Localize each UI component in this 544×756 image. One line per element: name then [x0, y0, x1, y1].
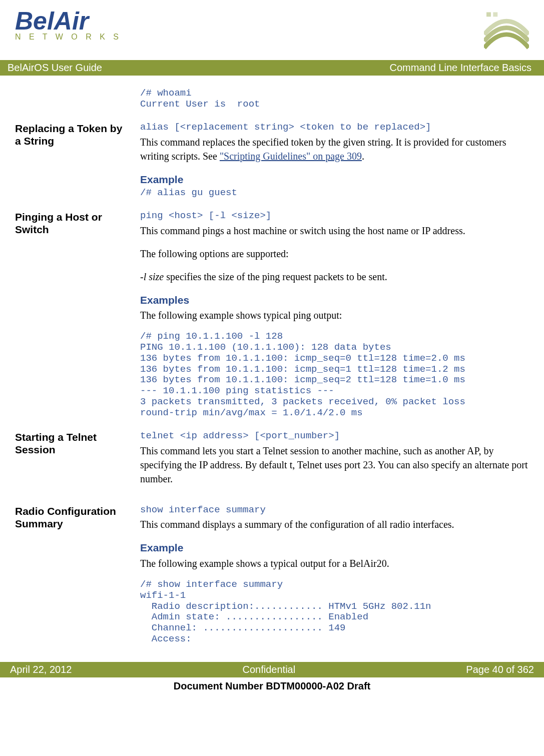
desc1-pinging: This command pings a host machine or swi…	[140, 224, 529, 238]
intro-code: /# whoami Current User is root	[140, 88, 529, 110]
scripting-link[interactable]: "Scripting Guidelines" on page 309	[220, 151, 362, 162]
doc-number: Document Number BDTM00000-A02 Draft	[15, 677, 529, 697]
opt-rest: specifies the size of the ping request p…	[164, 271, 387, 282]
belair-logo: BelAir N E T W O R K S	[15, 10, 122, 42]
syntax-radio: show interface summary	[140, 505, 529, 516]
desc-telnet: This command lets you start a Telnet ses…	[140, 444, 529, 486]
section-heading-telnet: Starting a Telnet Session	[15, 431, 130, 495]
section-heading-replacing: Replacing a Token by a String	[15, 122, 130, 201]
syntax-replacing: alias [<replacement string> <token to be…	[140, 122, 529, 133]
example-head-replacing: Example	[140, 172, 529, 187]
footer-right: Page 40 of 362	[466, 664, 534, 675]
example-intro-radio: The following example shows a typical ou…	[140, 556, 529, 570]
svg-rect-0	[486, 12, 491, 17]
option-pinging: -l size specifies the size of the ping r…	[140, 270, 529, 284]
example-head-radio: Example	[140, 540, 529, 555]
footer-center: Confidential	[243, 664, 296, 675]
example-code-replacing: /# alias gu guest	[140, 188, 529, 199]
examples-head-pinging: Examples	[140, 293, 529, 307]
opt-italic: -l size	[140, 271, 164, 282]
header-right: Command Line Interface Basics	[390, 62, 531, 74]
desc-replacing: This command replaces the specified toke…	[140, 135, 529, 163]
logo-main: BelAir	[15, 10, 122, 33]
logo-sub: N E T W O R K S	[15, 33, 122, 42]
example-code-radio: /# show interface summary wifi-1-1 Radio…	[140, 579, 529, 645]
header-logos: BelAir N E T W O R K S	[15, 10, 529, 60]
desc2-pinging: The following options are supported:	[140, 247, 529, 261]
examples-intro-pinging: The following example shows typical ping…	[140, 308, 529, 322]
examples-code-pinging: /# ping 10.1.1.100 -l 128 PING 10.1.1.10…	[140, 331, 529, 419]
footer-left: April 22, 2012	[10, 664, 72, 675]
desc-replacing-b: .	[362, 151, 364, 162]
section-heading-pinging: Pinging a Host or Switch	[15, 211, 130, 421]
spacer	[15, 88, 130, 112]
header-left: BelAirOS User Guide	[8, 62, 102, 74]
desc-radio: This command displays a summary of the c…	[140, 517, 529, 531]
section-heading-radio: Radio Configuration Summary	[15, 505, 130, 647]
footer-bar: April 22, 2012 Confidential Page 40 of 3…	[0, 662, 544, 677]
svg-rect-1	[493, 12, 497, 17]
syntax-telnet: telnet <ip address> [<port_number>]	[140, 431, 529, 442]
syntax-pinging: ping <host> [-l <size>]	[140, 211, 529, 222]
header-bar: BelAirOS User Guide Command Line Interfa…	[0, 60, 544, 76]
wave-icon	[484, 10, 529, 50]
